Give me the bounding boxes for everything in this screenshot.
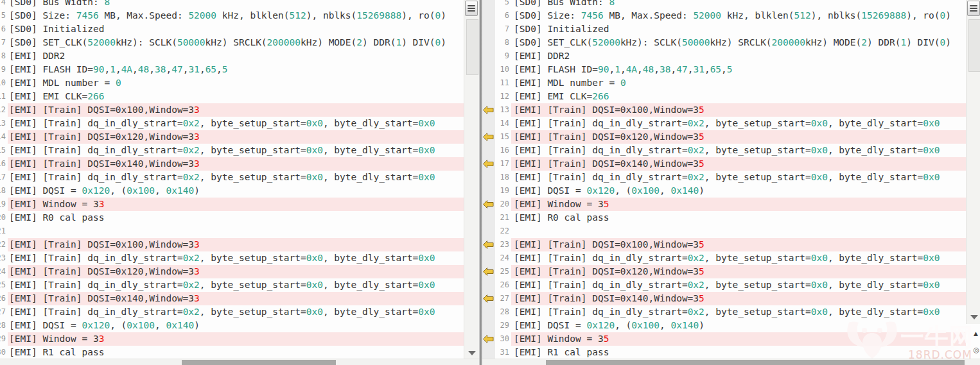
code-line: 16[EMI] [Train] dq_in_dly_strart=0x2, by…	[482, 144, 966, 157]
line-text: [EMI] EMI CLK=266	[8, 90, 464, 103]
code-line: 8[SD0] SET_CLK(52000kHz): SCLK(50000kHz)…	[482, 36, 966, 49]
code-line: 11[EMI] EMI CLK=266	[0, 90, 464, 103]
line-number: 26	[0, 292, 8, 305]
line-text: [SD0] Bus Width: 8	[511, 0, 966, 9]
line-text: [EMI] [Train] DQSI=0x100,Window=35	[511, 103, 966, 117]
line-text: [SD0] Size: 7456 MB, Max.Speed: 52000 kH…	[511, 9, 966, 22]
left-horizontal-scrollbar[interactable]	[0, 359, 479, 365]
code-line: 25[EMI] [Train] dq_in_dly_strart=0x2, by…	[0, 278, 464, 292]
changed-line-arrow-icon	[482, 292, 495, 305]
line-number: 12	[495, 90, 511, 103]
line-number: 18	[0, 184, 8, 198]
code-line: 26[EMI] [Train] dq_in_dly_strart=0x2, by…	[482, 278, 966, 292]
line-text: [SD0] SET_CLK(52000kHz): SCLK(50000kHz) …	[8, 36, 464, 49]
code-line: 9[EMI] DDR2	[482, 49, 966, 63]
line-number: 5	[495, 0, 511, 9]
left-editor-pane[interactable]: 4[SD0] Bus Width: 85[SD0] Size: 7456 MB,…	[0, 0, 479, 365]
code-line: 6[SD0] Initialized	[0, 22, 464, 36]
right-editor-pane[interactable]: 5[SD0] Bus Width: 86[SD0] Size: 7456 MB,…	[482, 0, 980, 365]
line-text: [EMI] [Train] DQSI=0x100,Window=33	[8, 103, 464, 117]
line-text: [EMI] [Train] dq_in_dly_strart=0x2, byte…	[8, 171, 464, 184]
line-text: [EMI] [Train] DQSI=0x140,Window=33	[8, 292, 464, 305]
code-line: 29[EMI] Window = 33	[0, 332, 464, 346]
change-marker-cell	[482, 171, 495, 184]
line-number: 16	[0, 157, 8, 171]
line-number: 26	[495, 278, 511, 292]
right-horizontal-scrollbar-thumb[interactable]	[546, 360, 965, 365]
left-vertical-scrollbar-thumb[interactable]	[466, 19, 478, 75]
line-number: 14	[495, 117, 511, 130]
line-text: [SD0] Initialized	[511, 22, 966, 36]
line-number: 11	[495, 76, 511, 90]
scroll-grip-icon[interactable]	[967, 1, 980, 16]
code-line: 27[EMI] [Train] dq_in_dly_strart=0x2, by…	[0, 305, 464, 319]
line-number: 17	[0, 171, 8, 184]
left-vertical-scrollbar[interactable]	[464, 0, 479, 359]
change-marker-cell	[482, 251, 495, 265]
code-line: 7[SD0] Initialized	[482, 22, 966, 36]
line-text: [EMI] Window = 33	[8, 198, 464, 211]
line-text: [SD0] Initialized	[8, 22, 464, 36]
line-text: [EMI] [Train] dq_in_dly_strart=0x2, byte…	[511, 278, 966, 292]
line-text: [EMI] [Train] dq_in_dly_strart=0x2, byte…	[8, 251, 464, 265]
line-text: [EMI] [Train] dq_in_dly_strart=0x2, byte…	[511, 171, 966, 184]
line-number: 6	[0, 22, 8, 36]
line-text: [EMI] MDL number = 0	[511, 76, 966, 90]
line-text: [EMI] FLASH ID=90,1,4A,48,38,47,31,65,5	[511, 63, 966, 76]
line-number: 21	[495, 211, 511, 225]
line-text	[8, 225, 464, 238]
code-line: 8[EMI] DDR2	[0, 49, 464, 63]
scroll-down-arrow-icon[interactable]	[468, 351, 476, 355]
right-horizontal-scrollbar[interactable]	[482, 359, 980, 365]
line-number: 27	[0, 305, 8, 319]
line-number: 9	[0, 63, 8, 76]
line-number: 27	[495, 292, 511, 305]
change-marker-cell	[482, 211, 495, 225]
line-text: [EMI] [Train] dq_in_dly_strart=0x2, byte…	[511, 117, 966, 130]
line-text: [EMI] FLASH ID=90,1,4A,48,38,47,31,65,5	[8, 63, 464, 76]
line-number: 15	[0, 144, 8, 157]
line-number: 8	[0, 49, 8, 63]
code-line: 23[EMI] [Train] dq_in_dly_strart=0x2, by…	[0, 251, 464, 265]
code-line: 13[EMI] [Train] DQSI=0x100,Window=35	[482, 103, 966, 117]
line-text: [EMI] R0 cal pass	[511, 211, 966, 225]
line-text: [EMI] [Train] dq_in_dly_strart=0x2, byte…	[8, 278, 464, 292]
code-line: 12[EMI] [Train] DQSI=0x100,Window=33	[0, 103, 464, 117]
line-text: [EMI] DQSI = 0x120, (0x100, 0x140)	[8, 184, 464, 198]
code-line: 27[EMI] [Train] DQSI=0x140,Window=35	[482, 292, 966, 305]
change-marker-cell	[482, 117, 495, 130]
change-marker-cell	[482, 49, 495, 63]
scroll-down-arrow-icon[interactable]	[970, 315, 978, 319]
right-vertical-scrollbar-thumb[interactable]	[968, 19, 980, 72]
line-text: [EMI] [Train] dq_in_dly_strart=0x2, byte…	[8, 305, 464, 319]
code-line: 15[EMI] [Train] DQSI=0x120,Window=35	[482, 130, 966, 144]
line-number: 23	[495, 238, 511, 251]
line-text: [EMI] DDR2	[511, 49, 966, 63]
code-line: 25[EMI] [Train] DQSI=0x120,Window=35	[482, 265, 966, 278]
scroll-grip-icon[interactable]	[465, 1, 478, 16]
code-line: 10[EMI] MDL number = 0	[0, 76, 464, 90]
line-text: [EMI] Window = 35	[511, 198, 966, 211]
line-number: 7	[495, 22, 511, 36]
change-marker-cell	[482, 63, 495, 76]
line-number: 7	[0, 36, 8, 49]
left-horizontal-scrollbar-thumb[interactable]	[182, 360, 336, 365]
change-marker-cell	[482, 319, 495, 332]
code-line: 7[SD0] SET_CLK(52000kHz): SCLK(50000kHz)…	[0, 36, 464, 49]
code-line: 26[EMI] [Train] DQSI=0x140,Window=33	[0, 292, 464, 305]
code-line: 29[EMI] DQSI = 0x120, (0x100, 0x140)	[482, 319, 966, 332]
code-line: 14[EMI] [Train] DQSI=0x120,Window=33	[0, 130, 464, 144]
right-vertical-scrollbar[interactable]	[966, 0, 980, 324]
code-line: 15[EMI] [Train] dq_in_dly_strart=0x2, by…	[0, 144, 464, 157]
line-text: [EMI] DQSI = 0x120, (0x100, 0x140)	[8, 319, 464, 332]
line-number: 28	[0, 319, 8, 332]
code-line: 24[EMI] [Train] DQSI=0x120,Window=33	[0, 265, 464, 278]
line-text: [SD0] SET_CLK(52000kHz): SCLK(50000kHz) …	[511, 36, 966, 49]
change-marker-cell	[482, 184, 495, 198]
line-text: [EMI] MDL number = 0	[8, 76, 464, 90]
line-number: 30	[495, 332, 511, 346]
line-number: 28	[495, 305, 511, 319]
line-number: 25	[0, 278, 8, 292]
code-line: 9[EMI] FLASH ID=90,1,4A,48,38,47,31,65,5	[0, 63, 464, 76]
line-text: [EMI] R1 cal pass	[511, 346, 966, 359]
